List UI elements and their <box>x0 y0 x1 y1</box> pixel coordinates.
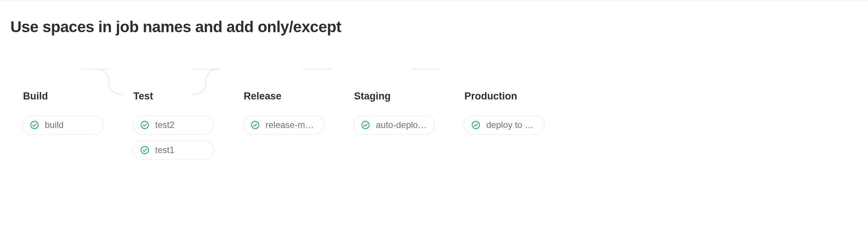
success-icon <box>361 121 370 129</box>
stage-column-release: Release release-master <box>243 91 353 166</box>
job-label: test2 <box>155 120 174 130</box>
svg-point-7 <box>251 121 259 129</box>
svg-point-5 <box>141 121 148 129</box>
job-label: auto-deploy-m... <box>376 120 427 130</box>
success-icon <box>140 121 149 129</box>
stage-label: Release <box>243 91 353 102</box>
job-label: release-master <box>266 120 317 130</box>
success-icon <box>140 146 149 155</box>
stage-column-staging: Staging auto-deploy-m... <box>353 91 464 166</box>
stage-label: Production <box>464 91 574 102</box>
job-pill-release-master[interactable]: release-master <box>243 115 324 135</box>
job-pill-auto-deploy[interactable]: auto-deploy-m... <box>353 115 435 135</box>
job-pill-build[interactable]: build <box>22 115 104 135</box>
stage-column-build: Build build <box>22 91 133 166</box>
job-label: deploy to prod... <box>486 120 537 130</box>
job-pill-deploy-prod[interactable]: deploy to prod... <box>464 115 545 135</box>
stage-label: Build <box>22 91 133 102</box>
page-title: Use spaces in job names and add only/exc… <box>0 0 868 36</box>
job-label: build <box>45 120 64 130</box>
job-label: test1 <box>155 145 174 155</box>
stage-column-production: Production deploy to prod... <box>464 91 574 166</box>
success-icon <box>251 121 260 129</box>
job-pill-test1[interactable]: test1 <box>133 140 214 160</box>
pipeline-graph: Build build Test test2 <box>0 36 868 166</box>
success-icon <box>30 121 39 129</box>
stage-column-test: Test test2 test1 <box>133 91 243 166</box>
svg-point-6 <box>141 146 148 154</box>
svg-point-9 <box>472 121 480 129</box>
stage-label: Staging <box>353 91 464 102</box>
svg-point-4 <box>31 121 38 129</box>
job-pill-test2[interactable]: test2 <box>133 115 214 135</box>
success-icon <box>471 121 480 129</box>
svg-point-8 <box>362 121 369 129</box>
stage-label: Test <box>133 91 243 102</box>
